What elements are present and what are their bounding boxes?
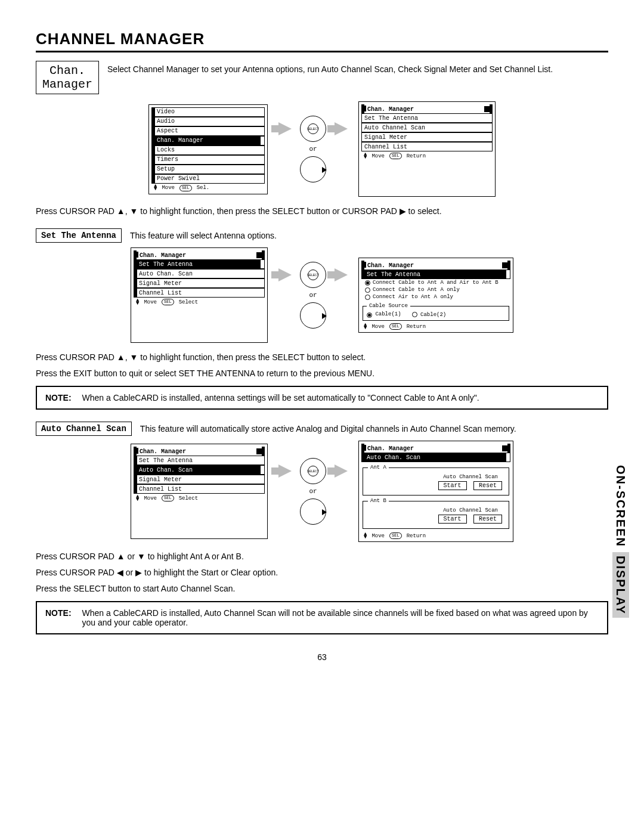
- arrow-dpad-group: or: [278, 458, 348, 525]
- radio-filled-icon: [367, 312, 372, 318]
- auto-scan-instr-a: Press CURSOR PAD ▲ or ▼ to highlight Ant…: [36, 550, 608, 563]
- menu-footer: ▲▼ Move SEL Select: [134, 298, 265, 305]
- panel-footer: ▲▼ Move SEL Return: [361, 531, 510, 539]
- main-menu-panel: Video Audio Aspect Chan. Manager Locks T…: [148, 104, 268, 194]
- menu-item-selected: Set The Antenna: [134, 259, 265, 269]
- submenu-footer: ▲▼ Move SEL Return: [361, 151, 493, 159]
- updown-icon: ▲▼: [364, 153, 367, 159]
- menu-item: Channel List: [134, 484, 265, 494]
- or-label: or: [309, 292, 317, 299]
- radio-empty-icon: [365, 295, 370, 300]
- updown-icon: ▲▼: [136, 496, 139, 501]
- menu-item: Power Swivel: [151, 174, 265, 184]
- sel-icon: SEL: [179, 185, 192, 191]
- arrow-right-icon: [278, 465, 292, 478]
- panel-selected-row: Set The Antenna: [361, 270, 510, 279]
- start-button[interactable]: Start: [438, 481, 467, 490]
- menu-item: Channel List: [134, 288, 265, 298]
- ant-a-legend: Ant A: [368, 465, 389, 470]
- ant-b-legend: Ant B: [368, 498, 389, 504]
- arrow-right-icon: [335, 122, 348, 135]
- reset-button[interactable]: Reset: [473, 515, 502, 524]
- arrow-right-icon: [335, 268, 348, 281]
- intro-row: Chan. Manager Select Channel Manager to …: [36, 61, 608, 94]
- note-box-1: NOTE: When a CableCARD is installed, ant…: [36, 386, 608, 410]
- dpad-right-icon: [300, 302, 326, 329]
- reset-button[interactable]: Reset: [473, 481, 502, 490]
- arrow-right-icon: [278, 268, 292, 281]
- diagram-1: Video Audio Aspect Chan. Manager Locks T…: [36, 101, 608, 197]
- antenna-option: Connect Cable to Ant A only: [361, 286, 510, 293]
- or-label: or: [309, 145, 317, 153]
- radio-empty-icon: [365, 287, 370, 293]
- start-button[interactable]: Start: [438, 515, 467, 524]
- menu-footer: ▲▼ Move SEL Select: [134, 494, 265, 501]
- menu-item: Auto Chan. Scan: [134, 269, 265, 278]
- diagram-3: Chan. Manager Set The Antenna Auto Chan.…: [36, 441, 608, 542]
- note-box-2: NOTE: When a CableCARD is installed, Aut…: [36, 601, 608, 634]
- menu-item: Video: [151, 107, 265, 117]
- sel-icon: SEL: [389, 532, 402, 539]
- sel-icon: SEL: [389, 323, 402, 330]
- menu-item: Locks: [151, 145, 265, 155]
- ant-a-fieldset: Ant A Auto Channel Scan Start Reset: [363, 465, 509, 496]
- menu-item-selected: Auto Chan. Scan: [134, 465, 265, 475]
- cable-source-legend: Cable Source: [367, 303, 410, 309]
- radio-empty-icon: [412, 312, 417, 317]
- panel-header: Chan. Manager: [361, 444, 510, 453]
- auto-scan-instr-b: Press CURSOR PAD ◀ or ▶ to highlight the…: [36, 566, 608, 579]
- set-antenna-instr-a: Press CURSOR PAD ▲, ▼ to highlight funct…: [36, 351, 608, 364]
- side-tab-shaded: DISPLAY: [612, 552, 629, 618]
- auto-scan-right-panel: Chan. Manager Auto Chan. Scan Ant A Auto…: [358, 441, 513, 542]
- submenu-item: Set The Antenna: [361, 113, 493, 123]
- menu-item: Signal Meter: [134, 278, 265, 288]
- submenu-item: Auto Channel Scan: [361, 123, 493, 132]
- auto-scan-instr-c: Press the SELECT button to start Auto Ch…: [36, 583, 608, 595]
- auto-scan-left-menu: Chan. Manager Set The Antenna Auto Chan.…: [131, 444, 268, 539]
- side-tab: ON-SCREEN DISPLAY: [614, 465, 627, 618]
- updown-icon: ▲▼: [154, 185, 157, 191]
- menu-item: Timers: [151, 155, 265, 165]
- auto-scan-heading: Auto Channel Scan This feature will auto…: [36, 422, 608, 436]
- set-antenna-box: Set The Antenna: [36, 228, 122, 243]
- menu-header: Chan. Manager: [134, 250, 265, 259]
- set-antenna-heading: Set The Antenna This feature will select…: [36, 228, 608, 243]
- menu-item: Signal Meter: [134, 475, 265, 484]
- chan-manager-submenu: Chan. Manager Set The Antenna Auto Chann…: [358, 101, 496, 197]
- panel-footer: ▲▼ Move SEL Return: [361, 322, 510, 330]
- panel-header: Chan. Manager: [361, 261, 510, 270]
- dpad-select-icon: [300, 262, 326, 288]
- set-antenna-right-panel: Chan. Manager Set The Antenna Connect Ca…: [358, 258, 513, 333]
- side-tab-plain: ON-SCREEN: [614, 465, 627, 547]
- ant-b-fieldset: Ant B Auto Channel Scan Start Reset: [363, 498, 509, 529]
- ant-label: Auto Channel Scan: [368, 507, 504, 513]
- note-body: When a CableCARD is installed, Auto Chan…: [82, 608, 599, 627]
- radio-filled-icon: [365, 280, 370, 286]
- note-body: When a CableCARD is installed, antenna s…: [82, 393, 599, 402]
- dpad-right-icon: [300, 498, 326, 525]
- page-number: 63: [36, 652, 608, 662]
- sel-icon: SEL: [162, 299, 174, 305]
- arrow-right-icon: [278, 122, 292, 135]
- dpad-right-icon: [300, 156, 326, 182]
- antenna-option: Connect Air to Ant A only: [361, 293, 510, 301]
- menu-header: Chan. Manager: [134, 447, 265, 456]
- arrow-right-icon: [335, 465, 348, 478]
- submenu-header: Chan. Manager: [361, 104, 493, 113]
- dpad-select-icon: [300, 458, 326, 484]
- set-antenna-left-menu: Chan. Manager Set The Antenna Auto Chan.…: [131, 247, 268, 343]
- menu-footer: ▲▼ Move SEL Sel.: [151, 184, 265, 191]
- page-title: CHANNEL MANAGER: [36, 30, 608, 52]
- sel-icon: SEL: [389, 153, 402, 159]
- submenu-item: Signal Meter: [361, 132, 493, 142]
- chan-manager-box: Chan. Manager: [36, 61, 99, 94]
- antenna-option: Connect Cable to Ant A and Air to Ant B: [361, 279, 510, 286]
- menu-item: Set The Antenna: [134, 456, 265, 465]
- auto-scan-text: This feature will automatically store ac…: [140, 423, 608, 435]
- menu-item: Aspect: [151, 126, 265, 136]
- menu-item: Audio: [151, 117, 265, 126]
- arrow-dpad-group: or: [278, 116, 348, 182]
- updown-icon: ▲▼: [136, 299, 139, 305]
- panel-selected-row: Auto Chan. Scan: [361, 453, 510, 462]
- note-label: NOTE:: [45, 608, 72, 627]
